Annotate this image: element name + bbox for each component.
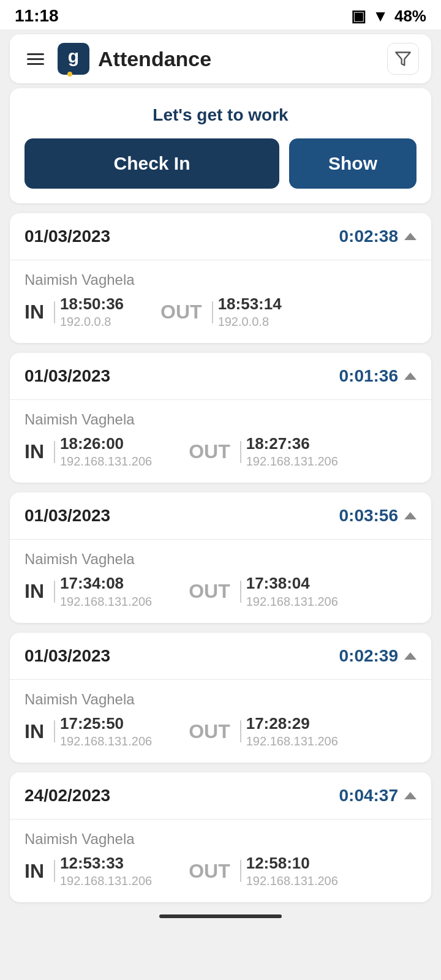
in-time: 18:50:36 <box>60 295 124 314</box>
out-divider <box>240 720 241 742</box>
out-label: OUT <box>189 720 230 743</box>
out-section: OUT 18:53:14 192.0.0.8 <box>160 295 282 330</box>
in-divider <box>54 301 55 323</box>
out-label: OUT <box>189 860 230 883</box>
in-time: 17:34:08 <box>60 574 152 593</box>
out-ip: 192.168.131.206 <box>246 594 338 609</box>
out-ip: 192.168.131.206 <box>246 453 338 469</box>
record-body: Naimish Vaghela IN 18:26:00 192.168.131.… <box>10 399 431 483</box>
chevron-up-icon <box>404 792 417 799</box>
in-ip: 192.168.131.206 <box>60 594 152 609</box>
out-ip: 192.168.131.206 <box>246 873 338 889</box>
record-duration: 0:02:38 <box>339 227 417 246</box>
record-card: 01/03/2023 0:02:39 Naimish Vaghela IN 17… <box>10 633 431 763</box>
vibrate-icon: ▣ <box>351 7 366 26</box>
record-body: Naimish Vaghela IN 17:25:50 192.168.131.… <box>10 679 431 763</box>
menu-button[interactable] <box>22 48 49 70</box>
duration-text: 0:01:36 <box>339 366 398 386</box>
out-section: OUT 17:38:04 192.168.131.206 <box>189 574 338 609</box>
chevron-up-icon <box>404 512 417 519</box>
in-label: IN <box>24 580 44 603</box>
out-time: 17:38:04 <box>246 574 338 593</box>
filter-icon <box>394 50 412 67</box>
in-label: IN <box>24 860 44 883</box>
in-time-block: 18:50:36 192.0.0.8 <box>60 295 124 330</box>
record-body: Naimish Vaghela IN 12:53:33 192.168.131.… <box>10 819 431 902</box>
in-ip: 192.0.0.8 <box>60 314 124 330</box>
out-label: OUT <box>160 301 202 323</box>
out-divider <box>240 581 241 603</box>
duration-text: 0:03:56 <box>339 506 398 526</box>
wifi-icon: ▼ <box>372 7 388 26</box>
out-section: OUT 12:58:10 192.168.131.206 <box>189 854 338 889</box>
record-duration: 0:03:56 <box>339 506 417 526</box>
subtitle-text: Let's get to work <box>24 105 417 125</box>
in-divider <box>54 860 55 882</box>
status-bar: 11:18 ▣ ▼ 48% <box>0 0 441 29</box>
record-date: 24/02/2023 <box>24 786 110 805</box>
in-ip: 192.168.131.206 <box>60 453 152 469</box>
record-date: 01/03/2023 <box>24 366 110 386</box>
record-duration: 0:04:37 <box>339 786 417 805</box>
logo-letter: g <box>68 46 79 67</box>
record-card: 01/03/2023 0:02:38 Naimish Vaghela IN 18… <box>10 213 431 343</box>
home-bar <box>159 914 282 918</box>
duration-text: 0:02:39 <box>339 646 398 666</box>
battery-text: 48% <box>394 7 426 26</box>
in-time: 18:26:00 <box>60 434 152 453</box>
in-out-row: IN 12:53:33 192.168.131.206 OUT 12:58:10… <box>24 854 417 889</box>
duration-text: 0:04:37 <box>339 786 398 805</box>
record-card: 24/02/2023 0:04:37 Naimish Vaghela IN 12… <box>10 772 431 902</box>
out-time: 12:58:10 <box>246 854 338 873</box>
in-out-row: IN 17:34:08 192.168.131.206 OUT 17:38:04… <box>24 574 417 609</box>
out-section: OUT 18:27:36 192.168.131.206 <box>189 434 338 469</box>
employee-name: Naimish Vaghela <box>24 411 417 428</box>
in-time-block: 18:26:00 192.168.131.206 <box>60 434 152 469</box>
in-divider <box>54 441 55 463</box>
status-time: 11:18 <box>15 6 59 26</box>
in-divider <box>54 581 55 603</box>
out-label: OUT <box>189 440 230 463</box>
employee-name: Naimish Vaghela <box>24 551 417 568</box>
record-date: 01/03/2023 <box>24 646 110 666</box>
status-icons: ▣ ▼ 48% <box>351 7 426 26</box>
in-ip: 192.168.131.206 <box>60 873 152 889</box>
record-date: 01/03/2023 <box>24 227 110 246</box>
record-header[interactable]: 01/03/2023 0:02:38 <box>10 213 431 260</box>
out-time-block: 17:38:04 192.168.131.206 <box>246 574 338 609</box>
employee-name: Naimish Vaghela <box>24 691 417 708</box>
out-time-block: 17:28:29 192.168.131.206 <box>246 714 338 749</box>
in-time-block: 12:53:33 192.168.131.206 <box>60 854 152 889</box>
in-time: 12:53:33 <box>60 854 152 873</box>
out-time: 17:28:29 <box>246 714 338 733</box>
record-duration: 0:02:39 <box>339 646 417 666</box>
record-header[interactable]: 01/03/2023 0:03:56 <box>10 492 431 539</box>
chevron-up-icon <box>404 372 417 380</box>
filter-button[interactable] <box>387 43 419 75</box>
record-date: 01/03/2023 <box>24 506 110 526</box>
record-body: Naimish Vaghela IN 17:34:08 192.168.131.… <box>10 539 431 622</box>
action-card: Let's get to work Check In Show <box>10 88 431 203</box>
app-logo: g <box>58 43 89 75</box>
record-header[interactable]: 24/02/2023 0:04:37 <box>10 772 431 819</box>
out-time-block: 12:58:10 192.168.131.206 <box>246 854 338 889</box>
out-label: OUT <box>189 580 230 603</box>
logo-dot <box>67 72 72 77</box>
check-in-button[interactable]: Check In <box>24 138 279 189</box>
out-time-block: 18:53:14 192.0.0.8 <box>218 295 282 330</box>
out-time-block: 18:27:36 192.168.131.206 <box>246 434 338 469</box>
in-time-block: 17:25:50 192.168.131.206 <box>60 714 152 749</box>
record-header[interactable]: 01/03/2023 0:01:36 <box>10 353 431 399</box>
out-divider <box>212 301 213 323</box>
in-time: 17:25:50 <box>60 714 152 733</box>
chevron-up-icon <box>404 233 417 240</box>
show-button[interactable]: Show <box>289 138 417 189</box>
record-header[interactable]: 01/03/2023 0:02:39 <box>10 633 431 679</box>
app-title: Attendance <box>98 47 387 71</box>
record-body: Naimish Vaghela IN 18:50:36 192.0.0.8 OU… <box>10 260 431 343</box>
employee-name: Naimish Vaghela <box>24 831 417 848</box>
out-divider <box>240 441 241 463</box>
in-label: IN <box>24 720 44 743</box>
employee-name: Naimish Vaghela <box>24 271 417 288</box>
in-ip: 192.168.131.206 <box>60 733 152 749</box>
